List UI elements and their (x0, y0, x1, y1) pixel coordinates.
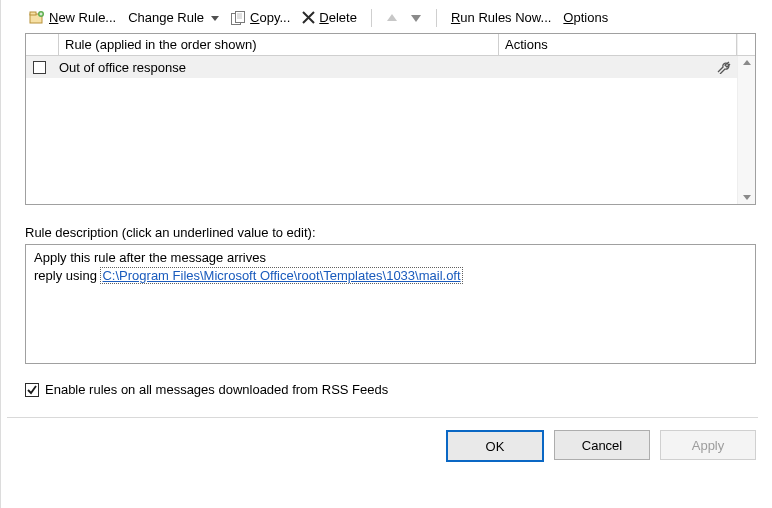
description-line: reply using C:\Program Files\Microsoft O… (34, 267, 747, 285)
rule-name: Out of office response (53, 60, 486, 75)
vertical-scrollbar[interactable] (737, 56, 755, 204)
rules-list: Rule (applied in the order shown) Action… (25, 33, 756, 205)
actions-column-header[interactable]: Actions (499, 34, 737, 55)
template-path-link[interactable]: C:\Program Files\Microsoft Office\root\T… (100, 267, 462, 284)
scroll-up-icon (743, 60, 751, 65)
rules-and-alerts-window: New Rule... Change Rule Copy... De (0, 0, 772, 508)
apply-button: Apply (660, 430, 756, 460)
toolbar: New Rule... Change Rule Copy... De (7, 6, 758, 33)
move-down-button[interactable] (406, 11, 426, 25)
rule-row[interactable]: Out of office response (26, 56, 737, 78)
separator (371, 9, 372, 27)
change-rule-button[interactable]: Change Rule (124, 8, 223, 27)
enable-rss-rules-checkbox[interactable] (25, 383, 39, 397)
delete-button[interactable]: Delete (298, 8, 361, 27)
copy-icon (231, 11, 246, 25)
options-button[interactable]: Options (559, 8, 612, 27)
run-rules-now-button[interactable]: Run Rules Now... (447, 8, 555, 27)
cancel-button[interactable]: Cancel (554, 430, 650, 460)
enable-rss-rules-label: Enable rules on all messages downloaded … (45, 382, 388, 397)
enable-rss-rules-option[interactable]: Enable rules on all messages downloaded … (25, 382, 756, 397)
scrollbar-gutter (737, 34, 755, 55)
rules-rows: Out of office response (26, 56, 737, 204)
svg-rect-4 (236, 11, 245, 22)
wrench-icon (711, 60, 737, 74)
copy-button[interactable]: Copy... (227, 8, 294, 27)
description-line: Apply this rule after the message arrive… (34, 249, 747, 267)
checkbox-column-header (26, 34, 59, 55)
delete-icon (302, 11, 315, 24)
new-rule-icon (29, 11, 45, 25)
rule-column-header[interactable]: Rule (applied in the order shown) (59, 34, 499, 55)
new-rule-button[interactable]: New Rule... (25, 8, 120, 27)
chevron-down-icon (211, 16, 219, 21)
ok-button[interactable]: OK (446, 430, 544, 462)
rule-description-label: Rule description (click an underlined va… (25, 225, 756, 240)
dialog-buttons: OK Cancel Apply (7, 418, 758, 462)
rule-enabled-checkbox[interactable] (33, 61, 46, 74)
rule-description-box: Apply this rule after the message arrive… (25, 244, 756, 364)
svg-rect-1 (30, 12, 36, 15)
scroll-down-icon (743, 195, 751, 200)
move-up-button[interactable] (382, 11, 402, 25)
rules-list-header: Rule (applied in the order shown) Action… (26, 34, 755, 56)
separator (436, 9, 437, 27)
